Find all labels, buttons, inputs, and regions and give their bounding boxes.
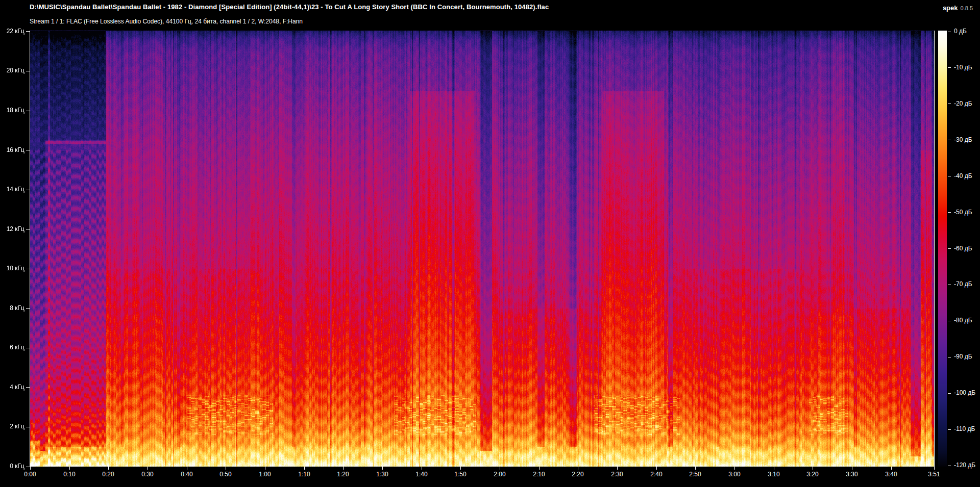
time-tick bbox=[539, 467, 540, 470]
freq-label: 18 кГц bbox=[0, 107, 24, 114]
freq-label: 0 кГц bbox=[0, 463, 24, 470]
time-tick bbox=[343, 467, 344, 470]
time-tick bbox=[265, 467, 265, 470]
freq-tick bbox=[26, 229, 30, 229]
db-label: 0 дБ bbox=[954, 28, 967, 35]
db-label: -110 дБ bbox=[954, 425, 975, 433]
db-tick bbox=[948, 67, 951, 68]
db-tick bbox=[948, 248, 951, 249]
time-label: 1:10 bbox=[289, 471, 320, 478]
freq-tick bbox=[26, 269, 30, 269]
time-label: 1:40 bbox=[406, 471, 437, 478]
time-tick bbox=[226, 467, 226, 470]
time-tick bbox=[108, 467, 109, 470]
db-tick bbox=[948, 140, 951, 140]
freq-tick bbox=[26, 427, 30, 427]
time-label: 1:20 bbox=[328, 471, 358, 478]
plot-right-border bbox=[934, 31, 935, 467]
db-tick bbox=[948, 285, 951, 285]
freq-label: 12 кГц bbox=[0, 225, 24, 233]
db-tick bbox=[948, 393, 951, 394]
freq-tick bbox=[26, 190, 30, 190]
db-label: -100 дБ bbox=[954, 389, 975, 397]
spek-window: { "header": { "file_path": "D:\\MUSIC\\S… bbox=[0, 0, 980, 487]
app-brand: spek0.8.5 bbox=[943, 3, 973, 12]
db-label: -70 дБ bbox=[954, 280, 972, 288]
time-label: 1:00 bbox=[250, 471, 280, 478]
db-label: -120 дБ bbox=[954, 462, 975, 469]
time-tick bbox=[422, 467, 422, 470]
file-path: D:\MUSIC\Spandau Ballet\Spandau Ballet -… bbox=[30, 3, 549, 11]
time-label: 2:50 bbox=[680, 471, 710, 478]
time-label: 2:30 bbox=[602, 471, 632, 478]
freq-label: 6 кГц bbox=[0, 344, 24, 351]
db-tick bbox=[948, 321, 951, 321]
time-label: 3:40 bbox=[876, 471, 906, 478]
time-tick bbox=[934, 467, 935, 470]
db-tick bbox=[948, 104, 951, 104]
time-tick bbox=[30, 467, 31, 470]
freq-tick bbox=[26, 348, 30, 348]
time-tick bbox=[578, 467, 578, 470]
freq-label: 22 кГц bbox=[0, 28, 24, 35]
time-tick bbox=[187, 467, 187, 470]
time-label: 2:00 bbox=[484, 471, 515, 478]
freq-label: 2 кГц bbox=[0, 423, 24, 430]
time-tick bbox=[69, 467, 70, 470]
db-tick bbox=[948, 32, 951, 32]
db-label: -90 дБ bbox=[954, 353, 972, 361]
freq-label: 14 кГц bbox=[0, 186, 24, 193]
db-label: -80 дБ bbox=[954, 317, 972, 324]
time-label: 2:40 bbox=[641, 471, 672, 478]
freq-tick bbox=[26, 308, 30, 309]
time-tick bbox=[813, 467, 813, 470]
db-tick bbox=[948, 176, 951, 176]
time-label: 3:00 bbox=[719, 471, 750, 478]
db-label: -30 дБ bbox=[954, 136, 972, 144]
time-tick bbox=[148, 467, 148, 470]
spectrogram bbox=[30, 31, 934, 467]
freq-label: 16 кГц bbox=[0, 146, 24, 154]
db-tick bbox=[948, 357, 951, 357]
time-label: 0:50 bbox=[210, 471, 241, 478]
time-label: 1:30 bbox=[367, 471, 398, 478]
time-tick bbox=[852, 467, 852, 470]
time-label: 2:10 bbox=[524, 471, 554, 478]
time-label: 0:30 bbox=[132, 471, 163, 478]
freq-tick bbox=[26, 150, 30, 150]
db-tick bbox=[948, 466, 951, 466]
time-label: 3:10 bbox=[758, 471, 789, 478]
freq-tick bbox=[26, 387, 30, 388]
freq-tick bbox=[26, 71, 30, 71]
freq-label: 20 кГц bbox=[0, 67, 24, 74]
freq-tick bbox=[26, 111, 30, 111]
db-label: -40 дБ bbox=[954, 172, 972, 180]
db-colorbar bbox=[938, 31, 947, 467]
freq-label: 4 кГц bbox=[0, 383, 24, 391]
time-label: 0:00 bbox=[15, 471, 45, 478]
db-label: -20 дБ bbox=[954, 100, 972, 108]
db-tick bbox=[948, 429, 951, 430]
freq-tick bbox=[26, 467, 30, 467]
stream-info: Stream 1 / 1: FLAC (Free Lossless Audio … bbox=[30, 18, 303, 25]
freq-label: 8 кГц bbox=[0, 304, 24, 312]
time-tick bbox=[617, 467, 618, 470]
time-label: 0:10 bbox=[54, 471, 85, 478]
time-tick bbox=[774, 467, 774, 470]
freq-label: 10 кГц bbox=[0, 265, 24, 272]
db-label: -60 дБ bbox=[954, 245, 972, 252]
time-label: 2:20 bbox=[562, 471, 593, 478]
db-tick bbox=[948, 212, 951, 213]
time-label: 3:20 bbox=[797, 471, 828, 478]
time-tick bbox=[891, 467, 892, 470]
time-tick bbox=[656, 467, 657, 470]
time-label: 3:51 bbox=[919, 471, 949, 478]
time-label: 0:20 bbox=[93, 471, 124, 478]
app-name: spek bbox=[943, 4, 958, 12]
time-label: 1:50 bbox=[445, 471, 476, 478]
freq-tick bbox=[26, 31, 30, 32]
time-tick bbox=[382, 467, 383, 470]
time-label: 0:40 bbox=[172, 471, 202, 478]
time-tick bbox=[460, 467, 461, 470]
time-tick bbox=[500, 467, 500, 470]
